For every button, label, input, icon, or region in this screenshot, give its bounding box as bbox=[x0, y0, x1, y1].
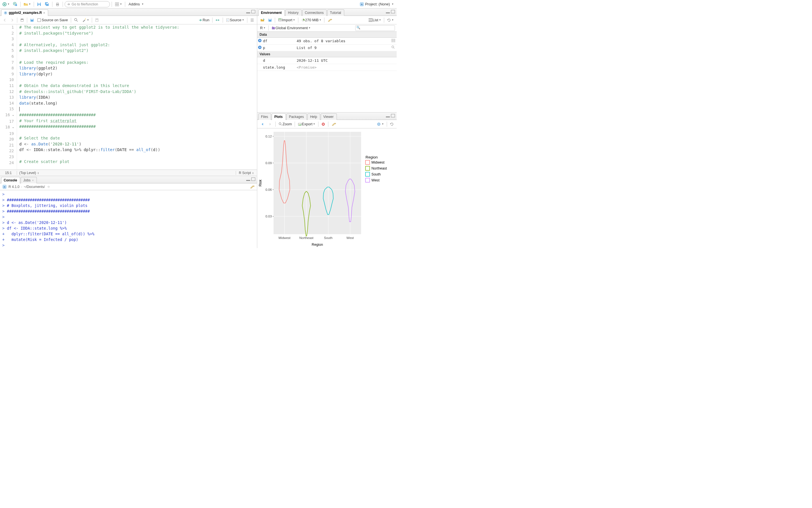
svg-rect-73 bbox=[365, 161, 370, 165]
svg-rect-41 bbox=[391, 39, 395, 42]
svg-text:West: West bbox=[371, 178, 380, 182]
language-scope[interactable]: R ▼ bbox=[259, 25, 267, 31]
svg-text:R: R bbox=[361, 3, 363, 6]
view-mode-button[interactable]: List ▼ bbox=[367, 17, 382, 23]
clear-workspace-button[interactable] bbox=[326, 17, 333, 23]
env-var-d[interactable]: d2020-12-11 UTC bbox=[257, 57, 397, 64]
goto-file-input[interactable]: Go to file/function bbox=[64, 1, 110, 7]
remove-plot-button[interactable] bbox=[320, 121, 326, 127]
file-tab[interactable]: R ggplot2_examples.R × bbox=[1, 9, 48, 16]
tab-tutorial[interactable]: Tutorial bbox=[327, 9, 344, 16]
grid-button[interactable]: ▼ bbox=[114, 1, 123, 7]
working-dir[interactable]: ~/Documents/ bbox=[24, 185, 45, 189]
svg-text:0.12: 0.12 bbox=[266, 135, 272, 138]
publish-plot-button[interactable]: ▼ bbox=[375, 121, 385, 127]
share-wd-icon[interactable] bbox=[46, 185, 50, 189]
plots-tabs: FilesPlotsPackagesHelpViewer bbox=[257, 113, 397, 120]
rerun-button[interactable] bbox=[214, 17, 221, 23]
svg-rect-13 bbox=[117, 3, 119, 4]
next-plot-button[interactable] bbox=[267, 121, 274, 127]
outline-button[interactable] bbox=[249, 17, 255, 23]
source-on-save-checkbox[interactable]: Source on Save bbox=[36, 17, 69, 23]
console-output[interactable]: > > ####################################… bbox=[0, 190, 257, 248]
close-tab-icon[interactable]: × bbox=[43, 11, 45, 14]
env-var-p[interactable]: pList of 9 bbox=[257, 44, 397, 51]
import-dataset-button[interactable]: Import ▼ bbox=[277, 17, 296, 23]
tab-connections[interactable]: Connections bbox=[302, 9, 327, 16]
open-file-button[interactable]: ▼ bbox=[22, 1, 32, 7]
new-file-button[interactable]: ▼ bbox=[1, 1, 11, 7]
svg-point-26 bbox=[86, 19, 86, 20]
svg-text:Region: Region bbox=[312, 243, 323, 247]
tab-files[interactable]: Files bbox=[258, 114, 271, 120]
r-version: R 4.1.0 bbox=[8, 185, 19, 189]
tab-help[interactable]: Help bbox=[307, 114, 320, 120]
svg-rect-79 bbox=[365, 178, 370, 182]
export-plot-button[interactable]: Export ▼ bbox=[297, 121, 316, 127]
project-menu[interactable]: R Project: (None) ▼ bbox=[358, 2, 396, 6]
minimize-env-icon[interactable] bbox=[386, 10, 390, 13]
refresh-plot-button[interactable] bbox=[389, 121, 395, 127]
prev-plot-button[interactable] bbox=[259, 121, 266, 127]
tab-jobs[interactable]: Jobs × bbox=[21, 177, 37, 183]
compile-report-button[interactable] bbox=[94, 17, 100, 23]
forward-button[interactable] bbox=[9, 17, 15, 23]
source-dropdown-button[interactable]: Source ▼ bbox=[225, 17, 245, 23]
code-editor[interactable]: 12345678910111213141516 ▾1718 ▾192021222… bbox=[0, 25, 257, 170]
run-button[interactable]: Run bbox=[197, 17, 211, 23]
env-toolbar: Import ▼ 270 MiB ▼ List ▼ bbox=[257, 16, 397, 25]
svg-text:Midwest: Midwest bbox=[371, 161, 385, 164]
env-var-df[interactable]: df49 obs. of 8 variables bbox=[257, 38, 397, 44]
tab-console[interactable]: Console bbox=[1, 177, 20, 183]
minimize-plots-icon[interactable] bbox=[386, 114, 390, 117]
tab-packages[interactable]: Packages bbox=[286, 114, 307, 120]
maximize-plots-icon[interactable] bbox=[391, 114, 395, 117]
env-section-values: Values bbox=[257, 51, 397, 57]
svg-rect-49 bbox=[274, 132, 361, 234]
svg-rect-8 bbox=[46, 3, 48, 4]
refresh-env-button[interactable]: ▼ bbox=[386, 17, 395, 23]
svg-rect-5 bbox=[38, 5, 40, 6]
zoom-plot-button[interactable]: Zoom bbox=[277, 121, 293, 127]
svg-rect-15 bbox=[117, 5, 119, 6]
find-button[interactable] bbox=[73, 17, 80, 23]
maximize-env-icon[interactable] bbox=[391, 10, 395, 13]
clear-plots-button[interactable] bbox=[330, 121, 337, 127]
console-tabs: Console Jobs × bbox=[0, 176, 257, 183]
memory-usage[interactable]: 270 MiB ▼ bbox=[300, 17, 323, 23]
tab-plots[interactable]: Plots bbox=[272, 114, 285, 120]
show-in-new-window-button[interactable] bbox=[19, 17, 25, 23]
env-var-state-long[interactable]: state.long<Promise> bbox=[257, 64, 397, 71]
print-button[interactable] bbox=[54, 1, 61, 7]
addins-menu[interactable]: Addins ▼ bbox=[127, 1, 146, 7]
env-scope[interactable]: Global Environment ▼ bbox=[270, 25, 312, 31]
tab-history[interactable]: History bbox=[285, 9, 302, 16]
tab-viewer[interactable]: Viewer bbox=[321, 114, 336, 120]
maximize-pane-icon[interactable] bbox=[251, 10, 255, 13]
save-workspace-button[interactable] bbox=[267, 17, 273, 23]
new-project-button[interactable] bbox=[12, 1, 19, 7]
svg-rect-30 bbox=[96, 19, 98, 20]
svg-rect-21 bbox=[21, 19, 24, 19]
svg-text:0.09: 0.09 bbox=[266, 161, 272, 165]
save-source-button[interactable] bbox=[29, 17, 35, 23]
svg-text:0.03: 0.03 bbox=[266, 215, 272, 218]
env-search-input[interactable] bbox=[355, 25, 395, 31]
environment-list: Data df49 obs. of 8 variablespList of 9 … bbox=[257, 32, 397, 112]
file-type[interactable]: R Script ⇕ bbox=[236, 171, 257, 175]
plot-display: 0.030.060.090.12MidwestNortheastSouthWes… bbox=[257, 128, 397, 248]
svg-text:R: R bbox=[4, 186, 6, 188]
load-workspace-button[interactable] bbox=[259, 17, 266, 23]
save-button[interactable] bbox=[36, 1, 43, 7]
scope-navigator[interactable]: (Top Level) ⇕ bbox=[17, 171, 236, 175]
maximize-console-icon[interactable] bbox=[251, 177, 255, 181]
tab-environment[interactable]: Environment bbox=[258, 9, 285, 16]
svg-point-42 bbox=[392, 46, 394, 48]
back-button[interactable] bbox=[2, 17, 8, 23]
minimize-console-icon[interactable] bbox=[246, 177, 250, 181]
code-tools-button[interactable]: ▼ bbox=[81, 17, 90, 23]
minimize-pane-icon[interactable] bbox=[246, 10, 250, 13]
save-all-button[interactable] bbox=[44, 1, 50, 7]
clear-console-icon[interactable] bbox=[250, 184, 255, 189]
svg-rect-4 bbox=[38, 3, 40, 4]
